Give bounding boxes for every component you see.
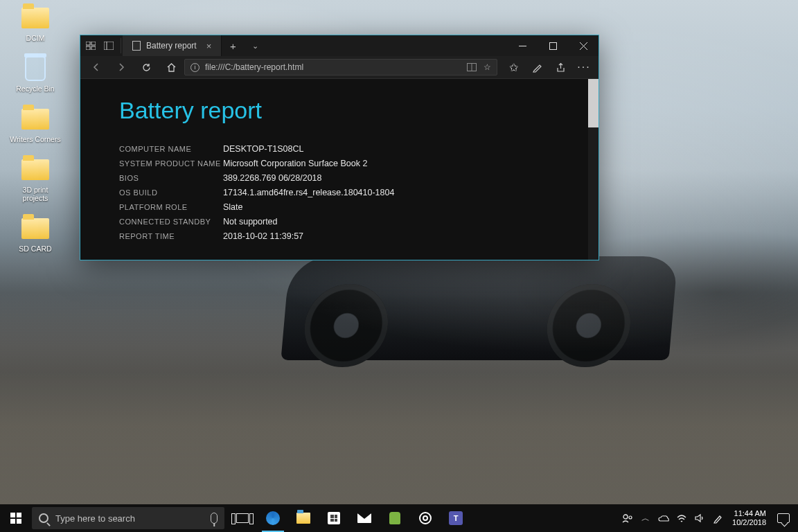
more-button[interactable]: ··· [574, 57, 594, 77]
edge-icon [266, 511, 280, 525]
reading-view-icon[interactable] [467, 63, 477, 71]
icon-label: Recycle Bin [16, 85, 54, 93]
svg-rect-3 [91, 46, 96, 50]
report-value: 2018-10-02 11:39:57 [223, 229, 303, 244]
tray-people-icon[interactable] [619, 504, 637, 532]
folder-icon [21, 8, 49, 28]
tray-wifi-icon[interactable] [673, 504, 691, 532]
report-key: CONNECTED STANDBY [119, 215, 223, 229]
mail-icon [357, 513, 371, 523]
android-icon [389, 512, 400, 524]
report-key: PLATFORM ROLE [119, 200, 223, 215]
recycle-bin-icon [25, 56, 46, 81]
report-key: BIOS [119, 171, 223, 186]
clock-date: 10/2/2018 [732, 518, 766, 527]
report-key: OS BUILD [119, 186, 223, 200]
browser-tab[interactable]: Battery report × [123, 35, 222, 56]
microphone-icon[interactable] [211, 513, 218, 524]
report-row: BIOS389.2268.769 06/28/2018 [119, 171, 549, 186]
minimize-button[interactable] [507, 35, 538, 56]
svg-point-13 [629, 516, 632, 519]
start-button[interactable] [0, 504, 32, 532]
home-button[interactable] [159, 57, 183, 77]
report-row: COMPUTER NAMEDESKTOP-T1S08CL [119, 142, 549, 157]
folder-icon [21, 159, 49, 180]
address-bar-row: i file:///C:/battery-report.html ☆ ✩ ··· [80, 56, 598, 79]
tab-title: Battery report [146, 41, 197, 51]
forward-button[interactable] [109, 57, 133, 77]
favorite-star-icon[interactable]: ☆ [484, 62, 491, 72]
action-center-button[interactable] [777, 513, 790, 523]
svg-rect-0 [86, 42, 90, 45]
tabs-preview-icon[interactable] [103, 39, 115, 52]
maximize-button[interactable] [538, 35, 568, 56]
close-tab-icon[interactable]: × [206, 41, 212, 51]
windows-logo-icon [10, 513, 21, 524]
desktop-icon-sd-card[interactable]: SD CARD [10, 215, 61, 253]
svg-rect-2 [86, 46, 90, 50]
clock-time: 11:44 AM [734, 509, 766, 518]
system-tray: ︿ 11:44 AM 10/2/2018 [619, 504, 798, 532]
taskbar-app-file-explorer[interactable] [288, 504, 319, 532]
tray-volume-icon[interactable] [691, 504, 709, 532]
document-icon [132, 41, 141, 51]
taskbar-app-teams[interactable]: T [441, 504, 471, 532]
report-value: 389.2268.769 06/28/2018 [223, 171, 322, 186]
svg-rect-7 [549, 42, 556, 49]
favorites-button[interactable]: ✩ [503, 57, 524, 77]
notes-button[interactable] [526, 57, 547, 77]
taskbar-app-mail[interactable] [349, 504, 380, 532]
address-bar[interactable]: i file:///C:/battery-report.html ☆ [184, 59, 497, 76]
desktop-icon-writers-corners[interactable]: Writers Corners [10, 105, 61, 143]
set-aside-tabs-icon[interactable] [85, 39, 97, 52]
report-key: COMPUTER NAME [119, 142, 223, 157]
report-key: REPORT TIME [119, 229, 223, 244]
page-title: Battery report [119, 97, 549, 124]
wallpaper-car [281, 256, 677, 360]
report-row: REPORT TIME2018-10-02 11:39:57 [119, 229, 549, 244]
desktop-icon-3d-print[interactable]: 3D print projects [10, 156, 61, 202]
desktop-icon-recycle-bin[interactable]: Recycle Bin [10, 55, 61, 93]
titlebar[interactable]: Battery report × + ⌄ [80, 35, 598, 56]
taskbar-search[interactable]: Type here to search [32, 507, 224, 529]
refresh-button[interactable] [134, 57, 158, 77]
new-tab-button[interactable]: + [222, 35, 244, 56]
taskbar-app-android[interactable] [380, 504, 410, 532]
taskbar-clock[interactable]: 11:44 AM 10/2/2018 [727, 509, 772, 527]
teams-icon: T [449, 511, 463, 525]
task-view-button[interactable] [227, 504, 258, 532]
report-row: SYSTEM PRODUCT NAMEMicrosoft Corporation… [119, 157, 549, 171]
task-view-icon [236, 513, 249, 523]
back-button[interactable] [85, 57, 108, 77]
taskbar-app-store[interactable] [319, 504, 349, 532]
report-key: SYSTEM PRODUCT NAME [119, 157, 223, 171]
desktop-icons: DCIM Recycle Bin Writers Corners 3D prin… [10, 4, 61, 253]
icon-label: 3D print projects [10, 186, 61, 202]
tray-onedrive-icon[interactable] [655, 504, 673, 532]
site-info-icon[interactable]: i [190, 63, 200, 72]
search-icon [39, 513, 48, 523]
url-text: file:///C:/battery-report.html [205, 62, 303, 72]
tab-actions-dropdown[interactable]: ⌄ [244, 35, 266, 56]
report-value: Not supported [223, 215, 278, 229]
report-value: 17134.1.amd64fre.rs4_release.180410-1804 [223, 186, 394, 200]
browser-window: Battery report × + ⌄ i file:///C:/batter… [80, 35, 599, 260]
icon-label: Writers Corners [10, 135, 60, 143]
scrollbar[interactable] [588, 79, 598, 260]
tray-overflow-button[interactable]: ︿ [637, 504, 655, 532]
icon-label: DCIM [26, 34, 45, 42]
scrollbar-thumb[interactable] [588, 79, 598, 127]
icon-label: SD CARD [19, 245, 51, 253]
taskbar-app-edge[interactable] [258, 504, 288, 532]
tray-pen-icon[interactable] [709, 504, 727, 532]
close-window-button[interactable] [568, 35, 598, 56]
folder-icon [21, 109, 49, 130]
report-row: OS BUILD17134.1.amd64fre.rs4_release.180… [119, 186, 549, 200]
taskbar-app-settings[interactable] [410, 504, 441, 532]
desktop-icon-dcim[interactable]: DCIM [10, 4, 61, 42]
share-button[interactable] [550, 57, 571, 77]
report-value: DESKTOP-T1S08CL [223, 142, 303, 157]
report-row: PLATFORM ROLESlate [119, 200, 549, 215]
page-content: Battery report COMPUTER NAMEDESKTOP-T1S0… [80, 79, 598, 260]
battery-report: Battery report COMPUTER NAMEDESKTOP-T1S0… [80, 79, 588, 260]
